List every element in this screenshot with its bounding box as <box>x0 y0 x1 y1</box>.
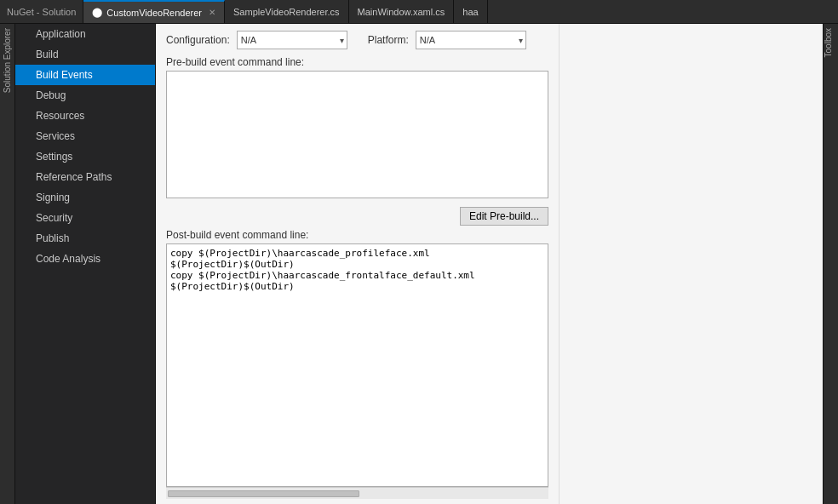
tab-label: haa <box>462 7 478 17</box>
tab-label: SampleVideoRenderer.cs <box>233 7 340 17</box>
configuration-label: Configuration: <box>166 34 230 46</box>
nav-item-application[interactable]: Application <box>15 24 155 44</box>
nuget-solution-tab[interactable]: NuGet - Solution <box>0 0 83 23</box>
content-area: Configuration: N/A Platform: N/A Pre-bui… <box>156 24 559 504</box>
nav-item-build-events[interactable]: Build Events <box>15 65 155 85</box>
right-empty-area <box>559 24 823 504</box>
post-build-section: Post-build event command line: <box>156 229 559 504</box>
nav-panel: Application Build Build Events Debug Res… <box>15 24 156 504</box>
close-icon[interactable]: ✕ <box>209 8 215 17</box>
pre-build-label: Pre-build event command line: <box>166 56 548 68</box>
tab-label: MainWindow.xaml.cs <box>358 7 445 17</box>
toolbox-strip[interactable]: Toolbox <box>823 24 838 504</box>
nav-item-code-analysis[interactable]: Code Analysis <box>15 249 155 269</box>
hscroll-thumb[interactable] <box>168 490 359 497</box>
nav-item-resources[interactable]: Resources <box>15 106 155 126</box>
tab-custom-video-renderer[interactable]: ⬤ CustomVideoRenderer ✕ <box>83 0 225 23</box>
nav-item-debug[interactable]: Debug <box>15 85 155 106</box>
button-row: Edit Pre-build... <box>156 203 559 229</box>
tab-label: CustomVideoRenderer <box>106 8 202 18</box>
tab-bar-rest <box>488 0 838 23</box>
pre-build-textarea[interactable] <box>167 72 548 195</box>
tab-main-window[interactable]: MainWindow.xaml.cs <box>349 0 455 23</box>
tab-bar: NuGet - Solution ⬤ CustomVideoRenderer ✕… <box>0 0 838 24</box>
tab-haa[interactable]: haa <box>454 0 487 23</box>
platform-label: Platform: <box>368 34 409 46</box>
pre-build-section: Pre-build event command line: <box>156 56 559 203</box>
post-build-container <box>166 243 548 487</box>
main-area: Solution Explorer Application Build Buil… <box>0 24 838 504</box>
edit-pre-build-button[interactable]: Edit Pre-build... <box>460 207 548 226</box>
horizontal-scrollbar[interactable] <box>166 487 548 499</box>
platform-select[interactable]: N/A <box>416 31 526 49</box>
tab-modified-indicator: ⬤ <box>92 7 102 18</box>
platform-select-wrapper: N/A <box>416 31 526 49</box>
nav-item-security[interactable]: Security <box>15 208 155 228</box>
nav-item-reference-paths[interactable]: Reference Paths <box>15 167 155 187</box>
nav-item-signing[interactable]: Signing <box>15 187 155 208</box>
configuration-select-wrapper: N/A <box>237 31 347 49</box>
config-row: Configuration: N/A Platform: N/A <box>156 24 559 56</box>
solution-explorer-strip[interactable]: Solution Explorer <box>0 24 15 504</box>
nuget-solution-label: NuGet - Solution <box>7 7 76 17</box>
post-build-textarea[interactable] <box>167 244 548 486</box>
nav-item-publish[interactable]: Publish <box>15 228 155 249</box>
nav-item-services[interactable]: Services <box>15 126 155 146</box>
nav-item-build[interactable]: Build <box>15 44 155 65</box>
pre-build-container <box>166 71 548 198</box>
post-build-label: Post-build event command line: <box>166 229 548 241</box>
solution-explorer-label: Solution Explorer <box>3 24 12 97</box>
toolbox-label: Toolbox <box>824 24 833 61</box>
tab-sample-video-renderer[interactable]: SampleVideoRenderer.cs <box>225 0 349 23</box>
configuration-select[interactable]: N/A <box>237 31 347 49</box>
nav-item-settings[interactable]: Settings <box>15 146 155 167</box>
